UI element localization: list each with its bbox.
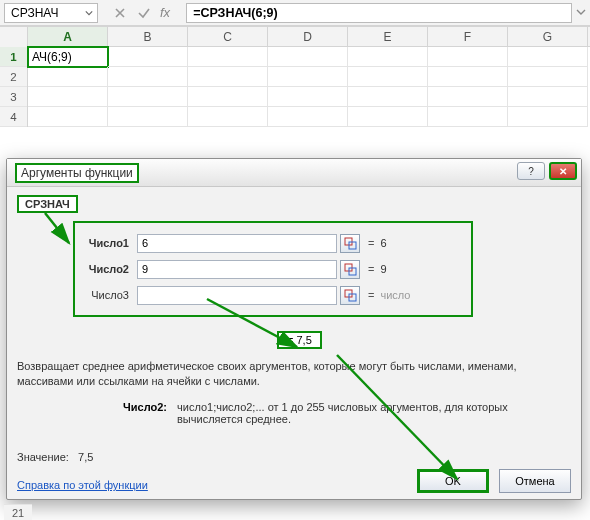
cell[interactable]	[428, 67, 508, 87]
range-select-icon[interactable]	[340, 260, 360, 279]
cell[interactable]	[508, 107, 588, 127]
fx-icon[interactable]: fx	[160, 5, 176, 20]
range-select-icon[interactable]	[340, 286, 360, 305]
dialog-titlebar[interactable]: Аргументы функции ? ✕	[7, 159, 581, 187]
name-box[interactable]: СРЗНАЧ	[4, 3, 98, 23]
name-box-value: СРЗНАЧ	[11, 6, 58, 20]
arg-input-3[interactable]	[137, 286, 337, 305]
arg-label: Число1	[79, 237, 137, 249]
row-header[interactable]: 1	[0, 47, 27, 67]
cell[interactable]	[188, 107, 268, 127]
close-icon[interactable]: ✕	[549, 162, 577, 180]
dialog-buttons: OK Отмена	[417, 469, 571, 493]
spreadsheet-grid: A B C D E F G 1 2 3 4 АЧ(6;9)	[0, 26, 590, 127]
column-header[interactable]: D	[268, 27, 348, 47]
cell[interactable]	[428, 87, 508, 107]
cell-a1[interactable]: АЧ(6;9)	[28, 47, 108, 67]
dialog-body: СРЗНАЧ Число1 = 6 Число2 = 9 Число3 =	[7, 187, 581, 499]
ok-button[interactable]: OK	[417, 469, 489, 493]
cell[interactable]	[28, 87, 108, 107]
row-header[interactable]: 4	[0, 107, 27, 127]
arg-result: 9	[380, 263, 386, 275]
cell[interactable]	[28, 107, 108, 127]
cell[interactable]	[108, 67, 188, 87]
cell[interactable]	[108, 107, 188, 127]
dialog-help-button[interactable]: ?	[517, 162, 545, 180]
column-header[interactable]: G	[508, 27, 588, 47]
arg-result: число	[380, 289, 410, 301]
cell[interactable]	[348, 107, 428, 127]
function-description: Возвращает среднее арифметическое своих …	[17, 359, 571, 389]
arguments-group: Число1 = 6 Число2 = 9 Число3 = число	[73, 221, 473, 317]
svg-line-6	[45, 213, 69, 243]
formula-result-line: = 7,5	[277, 331, 571, 349]
equals-sign: =	[368, 289, 374, 301]
cell[interactable]	[188, 67, 268, 87]
column-header[interactable]: B	[108, 27, 188, 47]
column-header[interactable]: E	[348, 27, 428, 47]
cell[interactable]	[508, 87, 588, 107]
select-all-corner[interactable]	[0, 27, 28, 47]
row-header[interactable]: 21	[4, 504, 32, 520]
cell[interactable]	[348, 47, 428, 67]
arg-label: Число3	[79, 289, 137, 301]
dialog-title: Аргументы функции	[15, 163, 139, 183]
column-header[interactable]: F	[428, 27, 508, 47]
cell[interactable]	[428, 47, 508, 67]
formula-bar-buttons: fx	[102, 5, 186, 21]
arg-input-2[interactable]	[137, 260, 337, 279]
formula-bar: СРЗНАЧ fx =СРЗНАЧ(6;9)	[0, 0, 590, 26]
cell[interactable]	[268, 87, 348, 107]
column-header[interactable]: C	[188, 27, 268, 47]
argument-row: Число3 = число	[79, 283, 465, 307]
help-link[interactable]: Справка по этой функции	[17, 479, 148, 491]
row-headers: 1 2 3 4	[0, 47, 28, 127]
arg-help-text: число1;число2;... от 1 до 255 числовых а…	[177, 401, 571, 425]
cell[interactable]	[268, 107, 348, 127]
cell[interactable]	[508, 47, 588, 67]
cell[interactable]	[348, 67, 428, 87]
value-line: Значение: 7,5	[17, 451, 93, 463]
cell[interactable]	[188, 87, 268, 107]
cells-area[interactable]: АЧ(6;9)	[28, 47, 590, 127]
row-header[interactable]: 2	[0, 67, 27, 87]
cancel-button[interactable]: Отмена	[499, 469, 571, 493]
formula-text: =СРЗНАЧ(6;9)	[193, 6, 278, 20]
expand-formula-bar-icon[interactable]	[572, 7, 590, 19]
formula-result-box: = 7,5	[277, 331, 322, 349]
arg-input-1[interactable]	[137, 234, 337, 253]
cancel-formula-icon[interactable]	[112, 5, 128, 21]
range-select-icon[interactable]	[340, 234, 360, 253]
cell[interactable]	[508, 67, 588, 87]
cell[interactable]	[108, 87, 188, 107]
cell[interactable]	[188, 47, 268, 67]
equals-sign: =	[368, 263, 374, 275]
accept-formula-icon[interactable]	[136, 5, 152, 21]
cell[interactable]	[108, 47, 188, 67]
function-name-label: СРЗНАЧ	[17, 195, 78, 213]
cell[interactable]	[348, 87, 428, 107]
cell[interactable]	[268, 67, 348, 87]
column-header[interactable]: A	[28, 27, 108, 47]
cell[interactable]	[428, 107, 508, 127]
cell[interactable]	[268, 47, 348, 67]
chevron-down-icon[interactable]	[83, 7, 95, 19]
cell[interactable]	[28, 67, 108, 87]
argument-row: Число2 = 9	[79, 257, 465, 281]
argument-row: Число1 = 6	[79, 231, 465, 255]
column-headers: A B C D E F G	[0, 27, 590, 47]
function-arguments-dialog: Аргументы функции ? ✕ СРЗНАЧ Число1 = 6 …	[6, 158, 582, 500]
equals-sign: =	[368, 237, 374, 249]
formula-input[interactable]: =СРЗНАЧ(6;9)	[186, 3, 572, 23]
argument-help: Число2: число1;число2;... от 1 до 255 чи…	[17, 401, 571, 425]
arg-label: Число2	[79, 263, 137, 275]
arg-help-label: Число2:	[17, 401, 177, 425]
row-header[interactable]: 3	[0, 87, 27, 107]
arg-result: 6	[380, 237, 386, 249]
